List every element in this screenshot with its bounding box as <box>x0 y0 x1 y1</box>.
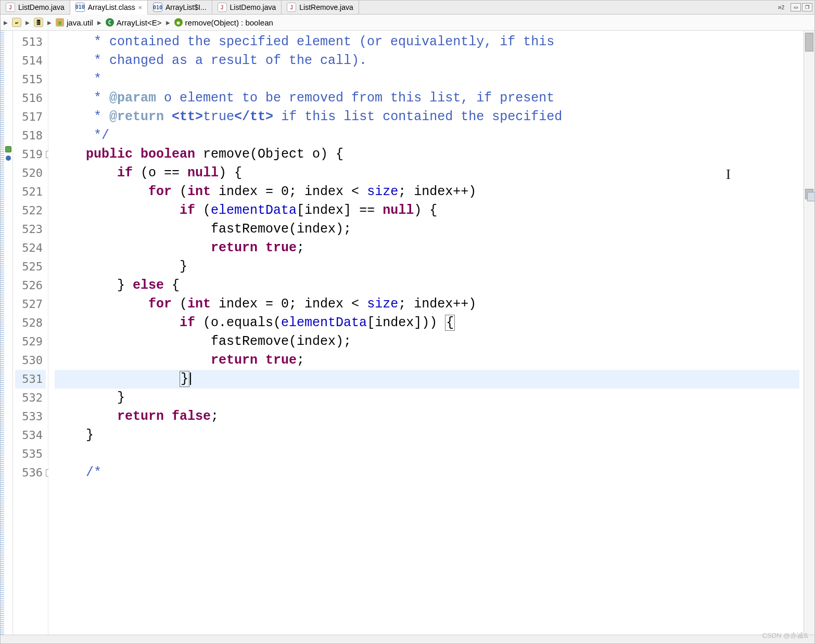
line-number: 535 <box>15 445 46 463</box>
scroll-up-button[interactable] <box>805 33 813 51</box>
tab-label: ArrayList.class <box>88 3 135 11</box>
overflow-count: 2 <box>781 5 784 10</box>
breadcrumb-label: ArrayList<E> <box>117 18 162 27</box>
line-number: 514 <box>15 51 46 70</box>
chevron-right-icon: ▶ <box>4 20 8 25</box>
view-controls: ▭ ❐ <box>788 1 814 14</box>
text-caret <box>190 372 191 385</box>
maximize-view-button[interactable]: ❐ <box>802 3 812 11</box>
breadcrumb-label: java.util <box>67 18 93 27</box>
tab-label: ListDemo.java <box>18 3 65 11</box>
line-number: 534 <box>15 426 46 445</box>
chevron-right-icon: ▶ <box>26 20 30 25</box>
class-file-icon: 010 <box>75 3 85 12</box>
line-number: 525 <box>15 257 46 276</box>
line-number: 529 <box>15 332 46 351</box>
nav-jar-icon: 🗄 <box>34 18 43 27</box>
horizontal-scrollbar[interactable] <box>1 635 814 643</box>
breadcrumb-method[interactable]: ● remove(Object) : boolean <box>172 17 275 28</box>
line-number: 513 <box>15 33 46 51</box>
line-number-gutter[interactable]: 513 514 515 516 517 518 519- 520 521 522… <box>13 31 48 635</box>
source-editor[interactable]: * contained the specified element (or eq… <box>48 31 804 635</box>
java-file-icon: J <box>287 3 296 12</box>
tab-label: ListRemove.java <box>299 3 353 11</box>
line-number: 520 <box>15 164 46 183</box>
breadcrumb-nav-back[interactable]: ↩ <box>10 17 23 28</box>
tab-listdemo-2[interactable]: J ListDemo.java <box>212 1 282 14</box>
line-number: 519- <box>15 145 46 164</box>
editor-area: 513 514 515 516 517 518 519- 520 521 522… <box>1 31 814 635</box>
line-number: 533 <box>15 407 46 426</box>
line-number: 524 <box>15 239 46 257</box>
breadcrumb-package[interactable]: ▦ java.util <box>54 17 95 28</box>
line-number: 521 <box>15 183 46 201</box>
nav-back-icon: ↩ <box>12 18 21 27</box>
line-number: 532 <box>15 389 46 407</box>
line-number: 515 <box>15 70 46 89</box>
tab-arraylist-inner[interactable]: 010 ArrayList$I... <box>148 1 212 14</box>
tab-arraylist-class[interactable]: 010 ArrayList.class ✕ <box>70 1 148 15</box>
override-marker-icon[interactable] <box>5 146 11 152</box>
line-number: 523 <box>15 220 46 239</box>
breadcrumb-jar[interactable]: 🗄 <box>32 17 45 28</box>
minimize-view-button[interactable]: ▭ <box>791 3 801 11</box>
breadcrumb: ▶ ↩ ▶ 🗄 ▶ ▦ java.util ▶ C ArrayList<E> ▶… <box>1 15 814 31</box>
breadcrumb-class[interactable]: C ArrayList<E> <box>104 17 164 28</box>
java-file-icon: J <box>218 3 227 12</box>
mouse-cursor-icon: I <box>726 166 731 183</box>
breadcrumb-label: remove(Object) : boolean <box>185 18 273 27</box>
close-icon[interactable]: ✕ <box>138 4 142 11</box>
chevron-right-icon: ▶ <box>97 20 101 25</box>
tab-listdemo-1[interactable]: J ListDemo.java <box>1 1 70 14</box>
line-number: 518 <box>15 126 46 145</box>
line-number: 516 <box>15 89 46 108</box>
editor-window: J ListDemo.java 010 ArrayList.class ✕ 01… <box>0 0 815 644</box>
tab-label: ArrayList$I... <box>165 3 207 11</box>
tab-label: ListDemo.java <box>230 3 276 11</box>
java-file-icon: J <box>6 3 15 12</box>
source-code[interactable]: * contained the specified element (or eq… <box>48 31 804 484</box>
line-number: 526 <box>15 276 46 295</box>
package-icon: ▦ <box>56 18 64 27</box>
line-number: 530 <box>15 351 46 370</box>
chevron-right-icon: ▶ <box>47 20 52 25</box>
overview-ruler[interactable] <box>804 31 814 635</box>
overflow-glyph: » <box>778 4 782 11</box>
line-number: 528 <box>15 314 46 332</box>
editor-tabbar: J ListDemo.java 010 ArrayList.class ✕ 01… <box>1 1 814 15</box>
tab-listremove[interactable]: J ListRemove.java <box>282 1 359 14</box>
class-file-icon: 010 <box>153 3 162 12</box>
line-number: 536- <box>15 463 46 482</box>
line-number: 527 <box>15 295 46 314</box>
overview-marker-icon[interactable] <box>807 192 814 201</box>
line-number: 517 <box>15 108 46 126</box>
quick-diff-ruler <box>1 31 4 635</box>
class-icon: C <box>106 18 114 27</box>
tab-overflow[interactable]: » 2 <box>774 1 788 14</box>
line-number: 531 <box>15 370 46 389</box>
method-icon: ● <box>174 18 183 27</box>
annotation-ruler[interactable] <box>4 31 13 635</box>
chevron-right-icon: ▶ <box>166 20 170 25</box>
line-number: 522 <box>15 201 46 220</box>
breakpoint-marker-icon[interactable] <box>6 156 11 161</box>
